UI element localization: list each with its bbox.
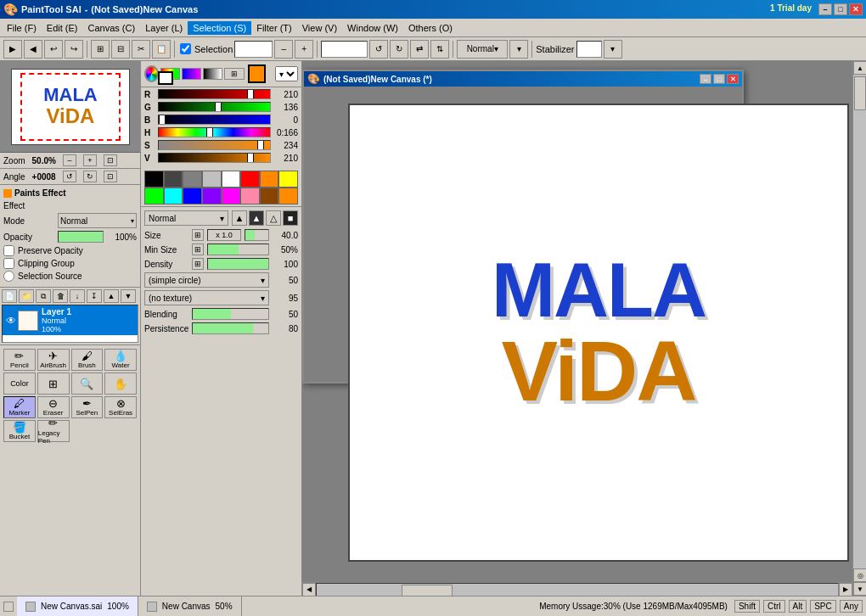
background-color[interactable] [158,71,173,85]
selection-checkbox[interactable] [180,43,191,54]
close-button[interactable]: ✕ [849,3,863,15]
menu-edit[interactable]: Edit (E) [42,21,83,35]
texture-dropdown[interactable]: (no texture)▾ [144,290,269,305]
angle-cw[interactable]: ↻ [83,171,97,182]
stabilizer-dropdown[interactable]: ▾ [604,40,622,59]
scroll-right-btn[interactable]: ▶ [839,583,852,596]
slider-b-thumb[interactable] [159,115,166,125]
paint-canvas[interactable]: MALA ViDA [348,104,849,562]
hue-wheel-btn[interactable] [144,65,159,82]
tool-selpen[interactable]: ✒ SelPen [71,396,104,418]
toolbar-btn-4[interactable]: ↪ [65,40,83,59]
swatch-dk-gray[interactable] [164,171,183,188]
swatch-blue[interactable] [183,188,202,204]
new-layer-btn[interactable]: 📄 [2,289,17,303]
angle-ccw[interactable]: ↺ [63,171,76,182]
layer-down-btn[interactable]: ▼ [121,289,136,303]
menu-others[interactable]: Others (O) [403,21,458,35]
brush-shape-triangle[interactable]: ▲ [232,210,247,226]
canvas-area[interactable]: 🎨 (Not Saved)New Canvas (*) – □ ✕ MALA V… [302,61,866,596]
scroll-down-btn[interactable]: ▼ [853,582,866,596]
tool-col1[interactable]: Color [3,372,36,395]
menu-window[interactable]: Window (W) [342,21,403,35]
scroll-up-btn[interactable]: ▲ [853,61,866,75]
scroll-thumb-h[interactable] [402,585,453,596]
flip-h[interactable]: ⇄ [410,40,429,59]
slider-v-track[interactable] [158,153,271,163]
tool-eraser[interactable]: ⊖ Eraser [37,396,70,418]
nested-maximize[interactable]: □ [713,74,725,84]
copy-layer-btn[interactable]: ⧉ [36,289,51,303]
swatch-purple[interactable] [202,188,222,204]
brush-mode-dropdown[interactable]: Normal ▾ [144,210,228,226]
menu-layer[interactable]: Layer (L) [140,21,188,35]
zoom-fit[interactable]: ⊡ [104,154,117,166]
scroll-track-v[interactable] [853,75,866,568]
swatch-white[interactable] [222,171,241,188]
swatch-magenta[interactable] [222,188,241,204]
tool-marker[interactable]: 🖊 Marker [3,396,36,418]
nested-minimize[interactable]: – [700,74,711,84]
tool-brush[interactable]: 🖌 Brush [71,349,104,371]
swatch-red[interactable] [240,171,260,188]
menu-view[interactable]: View (V) [297,21,342,35]
size-slider[interactable] [245,229,269,241]
toolbar-btn-1[interactable]: ▶ [3,40,22,59]
swatch-cyan[interactable] [164,188,183,204]
slider-g-thumb[interactable] [215,102,222,112]
delete-layer-btn[interactable]: 🗑 [53,289,68,303]
toolbar-btn-8[interactable]: 📋 [152,40,171,59]
brush-shape-dark[interactable]: ■ [283,210,298,226]
persistence-slider[interactable] [192,322,269,334]
shortcut-ctrl[interactable]: Ctrl [763,600,785,613]
minimize-button[interactable]: – [818,3,832,15]
slider-r-thumb[interactable] [247,89,254,99]
tool-selection[interactable]: ⊞ [37,372,70,395]
menu-selection[interactable]: Selection (S) [188,21,251,35]
toolbar-btn-2[interactable]: ◀ [24,40,42,59]
rotate-left[interactable]: ↺ [369,40,388,59]
density-link[interactable]: ⊞ [192,258,204,270]
nested-close[interactable]: ✕ [727,74,739,84]
merge-down-btn[interactable]: ↓ [70,289,85,303]
tool-zoom[interactable]: 🔍 [71,372,104,395]
status-tab-2[interactable]: New Canvas 50% [138,596,242,616]
slider-h-track[interactable] [158,127,271,137]
menu-filter[interactable]: Filter (T) [251,21,297,35]
scroll-track-h[interactable] [316,583,839,596]
tool-seleras[interactable]: ⊗ SelEras [104,396,137,418]
color-swatch-btn-2[interactable] [182,68,201,80]
tool-hand[interactable]: ✋ [104,372,137,395]
scroll-thumb-v[interactable] [854,76,866,110]
shortcut-alt[interactable]: Alt [789,600,807,613]
color-swatch-btn-3[interactable] [203,68,222,80]
swatch-orange[interactable] [260,171,279,188]
tool-water[interactable]: 💧 Water [104,349,137,371]
foreground-color[interactable] [248,64,267,83]
swatch-lt-gray[interactable] [202,171,222,188]
mode-dropdown-panel[interactable]: Normal ▾ [58,213,137,228]
selection-source-radio[interactable] [3,271,14,282]
minsize-link[interactable]: ⊞ [192,244,204,255]
toolbar-btn-3[interactable]: ↩ [44,40,63,59]
layer-up-btn[interactable]: ▲ [104,289,119,303]
scroll-dot[interactable]: ◎ [853,568,866,582]
density-slider[interactable] [207,258,269,270]
opacity-minus[interactable]: – [274,40,293,59]
scroll-left-btn[interactable]: ◀ [302,583,316,596]
mode-btn[interactable]: ▾ [509,40,528,59]
slider-r-track[interactable] [158,89,271,99]
maximize-button[interactable]: □ [834,3,847,15]
color-dropdown[interactable]: ▾ [275,66,298,81]
menu-canvas[interactable]: Canvas (C) [83,21,141,35]
flip-v[interactable]: ⇅ [430,40,449,59]
slider-v-thumb[interactable] [247,153,254,163]
toolbar-btn-6[interactable]: ⊟ [111,40,130,59]
shortcut-spc[interactable]: SPC [810,600,836,613]
rotate-right[interactable]: ↻ [390,40,408,59]
zoom-in[interactable]: + [83,154,97,166]
size-mult[interactable]: x 1.0 [207,229,241,241]
toolbar-btn-5[interactable]: ⊞ [91,40,110,59]
swatch-pink[interactable] [240,188,260,204]
preserve-opacity-checkbox[interactable] [3,245,14,256]
